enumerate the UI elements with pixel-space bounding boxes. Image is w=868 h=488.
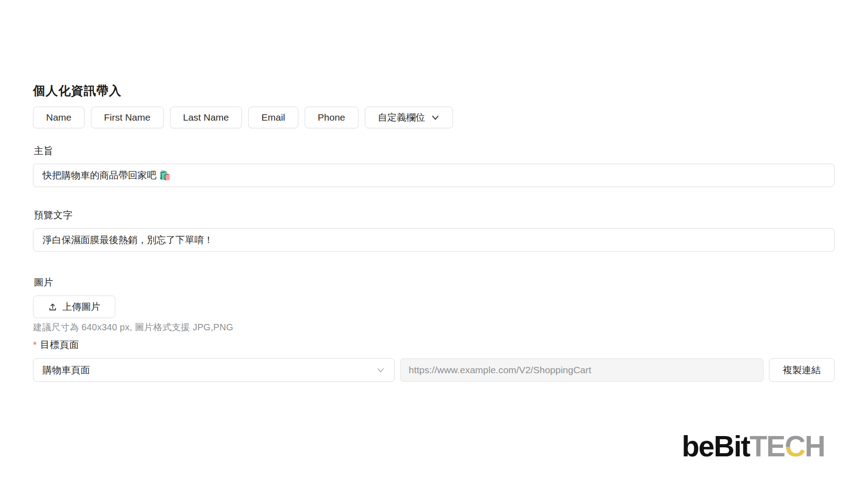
logo-h-text: H — [805, 430, 825, 463]
custom-field-label: 自定義欄位 — [378, 111, 425, 124]
image-size-hint: 建議尺寸為 640x340 px, 圖片格式支援 JPG,PNG — [33, 321, 233, 333]
upload-image-label: 上傳圖片 — [62, 300, 100, 313]
custom-field-dropdown-button[interactable]: 自定義欄位 — [365, 107, 453, 128]
logo-c-accent-text: C — [785, 430, 805, 463]
chevron-down-icon — [431, 113, 440, 122]
target-page-label-row: *目標頁面 — [33, 338, 79, 351]
token-email-button[interactable]: Email — [248, 107, 298, 128]
target-page-select[interactable]: 購物車頁面 — [33, 358, 395, 382]
image-label: 圖片 — [34, 276, 53, 289]
required-asterisk: * — [33, 339, 37, 350]
subject-label: 主旨 — [34, 145, 53, 157]
token-name-button[interactable]: Name — [33, 107, 85, 128]
target-url-input — [400, 358, 764, 382]
token-first-name-button[interactable]: First Name — [91, 107, 164, 128]
preview-text-label: 預覽文字 — [34, 209, 73, 221]
upload-icon — [48, 302, 57, 312]
target-page-label: 目標頁面 — [40, 339, 79, 350]
preview-text-input[interactable] — [33, 228, 835, 252]
personalization-section-title: 個人化資訊帶入 — [33, 83, 122, 99]
target-page-row: 購物車頁面 複製連結 — [33, 358, 835, 382]
chevron-down-icon — [376, 366, 385, 375]
logo-bebit-text: beBit — [682, 430, 750, 463]
subject-input[interactable] — [33, 164, 835, 187]
token-phone-button[interactable]: Phone — [305, 107, 359, 128]
copy-link-button[interactable]: 複製連結 — [769, 358, 835, 382]
bebittech-logo: beBitTECH — [682, 432, 825, 461]
personalization-token-row: Name First Name Last Name Email Phone 自定… — [33, 107, 453, 128]
logo-te-text: TE — [750, 430, 785, 463]
token-last-name-button[interactable]: Last Name — [170, 107, 242, 128]
upload-image-button[interactable]: 上傳圖片 — [33, 296, 115, 318]
target-page-selected-option: 購物車頁面 — [42, 364, 90, 376]
campaign-editor-page: 個人化資訊帶入 Name First Name Last Name Email … — [0, 0, 868, 488]
